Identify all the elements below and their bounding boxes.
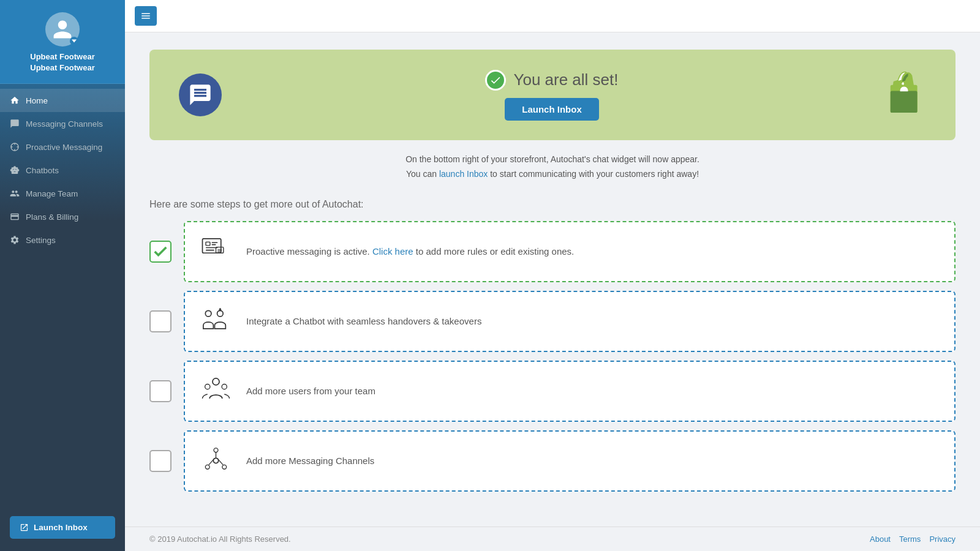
step-card-team[interactable]: Add more users from your team [184, 361, 956, 422]
footer-privacy-link[interactable]: Privacy [929, 534, 956, 544]
svg-point-21 [205, 465, 209, 469]
footer: © 2019 Autochat.io All Rights Reserved. … [125, 527, 980, 551]
step-row-chatbot: Integrate a Chatbot with seamless handov… [149, 291, 956, 352]
step-card-channels[interactable]: Add more Messaging Channels [184, 430, 956, 492]
sidebar-item-settings[interactable]: Settings [0, 228, 125, 252]
step-row-proactive: Proactive messaging is active. Click her… [149, 221, 956, 282]
step-row-channels: Add more Messaging Channels [149, 430, 956, 492]
step-checkbox-proactive[interactable] [149, 241, 172, 263]
sidebar-item-plans-billing[interactable]: Plans & Billing [0, 205, 125, 228]
company-name: Upbeat Footwear Upbeat Footwear [30, 51, 94, 73]
footer-copyright: © 2019 Autochat.io All Rights Reserved. [149, 534, 291, 544]
svg-rect-3 [206, 242, 210, 246]
svg-rect-4 [211, 242, 217, 243]
sidebar-launch-inbox-button[interactable]: Launch Inbox [10, 516, 115, 539]
chat-bubble-icon [179, 73, 222, 116]
footer-terms-link[interactable]: Terms [899, 534, 921, 544]
footer-about-link[interactable]: About [870, 534, 891, 544]
step-text-proactive: Proactive messaging is active. Click her… [246, 246, 574, 257]
setup-banner: You are all set! Launch Inbox [149, 50, 956, 140]
svg-point-13 [205, 310, 211, 317]
sidebar-item-home[interactable]: Home [0, 89, 125, 112]
sidebar-header: Upbeat Footwear Upbeat Footwear [0, 0, 125, 84]
banner-title-row: You are all set! [485, 70, 618, 91]
svg-point-22 [222, 465, 226, 469]
step-checkbox-team[interactable] [149, 380, 172, 402]
step-text-team: Add more users from your team [246, 386, 375, 396]
banner-launch-inbox-button[interactable]: Launch Inbox [505, 98, 599, 121]
sidebar-item-manage-team[interactable]: Manage Team [0, 182, 125, 205]
step-card-chatbot[interactable]: Integrate a Chatbot with seamless handov… [184, 291, 956, 352]
sidebar-nav: Home Messaging Channels Proactive Messag… [0, 84, 125, 509]
launch-inbox-link[interactable]: launch Inbox [439, 169, 488, 179]
banner-center: You are all set! Launch Inbox [485, 70, 618, 121]
success-check-icon [485, 70, 506, 91]
avatar [45, 12, 80, 47]
sidebar-item-proactive-messaging[interactable]: Proactive Messaging [0, 135, 125, 159]
sidebar-item-chatbots[interactable]: Chatbots [0, 159, 125, 182]
step-row-team: Add more users from your team [149, 361, 956, 422]
svg-point-15 [219, 308, 221, 310]
sidebar: Upbeat Footwear Upbeat Footwear Home Mes… [0, 0, 125, 551]
shopify-icon [882, 69, 926, 121]
channels-icon [197, 443, 234, 479]
step-text-channels: Add more Messaging Channels [246, 455, 374, 466]
svg-point-18 [222, 384, 227, 389]
sidebar-item-messaging-channels[interactable]: Messaging Channels [0, 112, 125, 135]
svg-rect-7 [206, 250, 214, 251]
team-icon [197, 373, 234, 410]
proactive-click-here-link[interactable]: Click here [372, 246, 413, 257]
banner-title: You are all set! [513, 70, 618, 89]
avatar-caret [70, 37, 78, 45]
svg-point-12 [217, 310, 223, 317]
svg-point-17 [205, 384, 209, 389]
steps-heading: Here are some steps to get more out of A… [149, 199, 956, 210]
svg-point-16 [213, 378, 219, 385]
step-checkbox-channels[interactable] [149, 450, 172, 472]
step-card-proactive[interactable]: Proactive messaging is active. Click her… [184, 221, 956, 282]
menu-toggle-button[interactable] [135, 6, 157, 26]
footer-links: About Terms Privacy [870, 534, 956, 544]
step-text-chatbot: Integrate a Chatbot with seamless handov… [246, 316, 481, 326]
info-text: On the bottom right of your storefront, … [149, 152, 956, 182]
main-content: You are all set! Launch Inbox On the [125, 0, 980, 551]
svg-rect-5 [211, 244, 216, 246]
topbar [125, 0, 980, 32]
page-content: You are all set! Launch Inbox On the [125, 32, 980, 527]
step-checkbox-chatbot[interactable] [149, 310, 172, 332]
proactive-icon [197, 233, 234, 270]
svg-rect-1 [891, 91, 918, 112]
svg-point-20 [214, 448, 218, 452]
chatbot-icon [197, 303, 234, 340]
